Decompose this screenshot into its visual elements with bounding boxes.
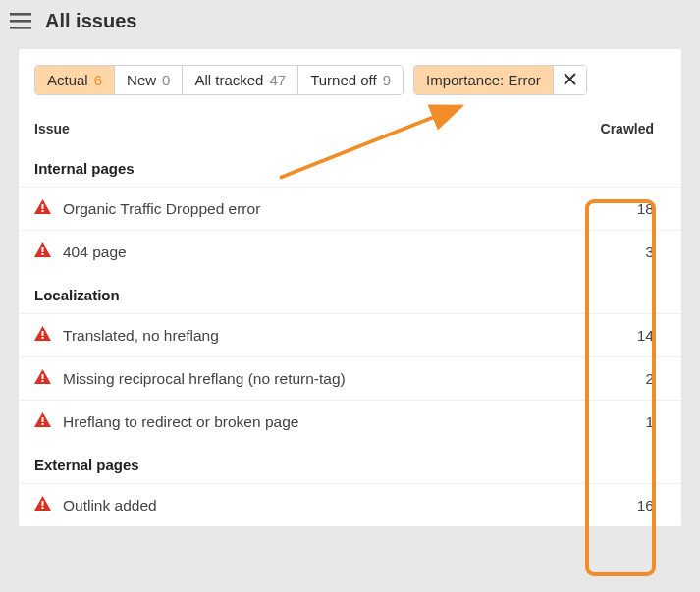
table-header: Issue Crawled	[19, 111, 681, 146]
tab-count: 9	[383, 72, 391, 88]
svg-rect-2	[10, 27, 31, 29]
svg-rect-0	[10, 13, 31, 16]
close-icon	[564, 72, 576, 88]
issue-crawled-count: 3	[624, 243, 654, 261]
issue-group: Localization Translated, no hreflang14 M…	[19, 273, 681, 443]
svg-rect-16	[42, 380, 44, 382]
warning-icon	[34, 326, 51, 345]
col-crawled: Crawled	[601, 121, 654, 136]
tab-label: Actual	[47, 72, 88, 88]
tab-count: 6	[94, 72, 102, 88]
page-title: All issues	[45, 10, 136, 32]
tab-label: All tracked	[194, 72, 263, 88]
tab-count: 47	[269, 72, 286, 88]
issue-name: Translated, no hreflang	[63, 327, 219, 345]
svg-rect-18	[42, 417, 44, 422]
issues-panel: Actual 6 New 0 All tracked 47 Turned off…	[18, 48, 682, 527]
svg-rect-19	[42, 423, 44, 425]
tab-new[interactable]: New 0	[115, 66, 183, 94]
issue-row[interactable]: Organic Traffic Dropped error18	[19, 187, 681, 230]
filter-row: Actual 6 New 0 All tracked 47 Turned off…	[19, 49, 681, 111]
issue-name: Outlink added	[63, 497, 157, 514]
tab-label: New	[127, 72, 156, 88]
group-heading: Internal pages	[19, 146, 681, 187]
svg-rect-9	[42, 247, 44, 252]
svg-rect-7	[42, 210, 44, 212]
warning-icon	[34, 496, 51, 514]
issue-row[interactable]: Hreflang to redirect or broken page1	[19, 400, 681, 443]
hamburger-icon[interactable]	[10, 13, 31, 30]
svg-rect-10	[42, 253, 44, 255]
issue-group: Internal pages Organic Traffic Dropped e…	[19, 146, 681, 273]
tab-strip: Actual 6 New 0 All tracked 47 Turned off…	[34, 65, 404, 95]
tab-all-tracked[interactable]: All tracked 47	[183, 66, 298, 94]
tab-count: 0	[162, 72, 170, 88]
issue-name: Organic Traffic Dropped error	[63, 200, 260, 218]
group-heading: Localization	[19, 273, 681, 313]
svg-rect-12	[42, 331, 44, 336]
svg-rect-21	[42, 501, 44, 506]
importance-filter-label[interactable]: Importance: Error	[414, 66, 553, 94]
svg-rect-1	[10, 20, 31, 23]
svg-rect-15	[42, 374, 44, 379]
warning-icon	[34, 412, 51, 431]
issue-row[interactable]: Outlink added16	[19, 483, 681, 526]
tab-actual[interactable]: Actual 6	[35, 66, 115, 94]
issue-name: Hreflang to redirect or broken page	[63, 413, 298, 431]
issue-name: 404 page	[63, 243, 127, 261]
issue-row[interactable]: 404 page3	[19, 230, 681, 273]
warning-icon	[34, 369, 51, 388]
importance-filter-pill: Importance: Error	[413, 65, 587, 95]
col-issue: Issue	[34, 121, 70, 136]
issue-crawled-count: 14	[624, 327, 654, 345]
issue-row[interactable]: Missing reciprocal hreflang (no return-t…	[19, 356, 681, 400]
issue-crawled-count: 16	[624, 497, 654, 514]
group-heading: External pages	[19, 443, 681, 483]
issue-crawled-count: 1	[624, 413, 654, 431]
tab-label: Turned off	[310, 72, 377, 88]
issue-crawled-count: 2	[624, 370, 654, 388]
issue-name: Missing reciprocal hreflang (no return-t…	[63, 370, 346, 388]
warning-icon	[34, 199, 51, 218]
svg-rect-6	[42, 204, 44, 209]
warning-icon	[34, 242, 51, 261]
issue-crawled-count: 18	[624, 200, 654, 218]
issue-row[interactable]: Translated, no hreflang14	[19, 313, 681, 356]
tab-turned-off[interactable]: Turned off 9	[298, 66, 403, 94]
issue-group: External pages Outlink added16	[19, 443, 681, 526]
svg-rect-22	[42, 507, 44, 509]
importance-filter-close[interactable]	[553, 66, 586, 94]
svg-rect-13	[42, 337, 44, 339]
